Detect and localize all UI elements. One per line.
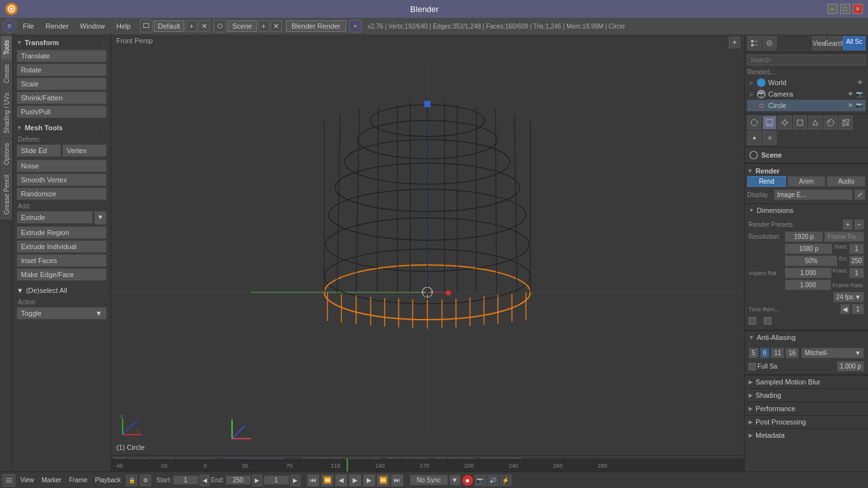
- display-selector[interactable]: Image E...: [774, 189, 853, 200]
- scene-add-button[interactable]: +: [258, 20, 269, 32]
- tab-tools[interactable]: Tools: [1, 36, 12, 59]
- next-keyframe-btn[interactable]: ⏩: [377, 474, 390, 487]
- world-eye-icon[interactable]: 👁: [857, 79, 863, 86]
- display-fullscreen-btn[interactable]: ⤢: [854, 189, 865, 200]
- current-frame-field[interactable]: 1: [264, 475, 289, 485]
- circle-eye-icon[interactable]: 👁: [848, 102, 853, 109]
- view3d-tab-btn[interactable]: [763, 36, 776, 50]
- extrude-region-button[interactable]: Extrude Region: [17, 226, 107, 239]
- scene-settings-tab-btn[interactable]: [778, 116, 792, 130]
- timeline-playback-menu[interactable]: Playback: [93, 475, 124, 485]
- aa-5-btn[interactable]: 5: [749, 348, 759, 358]
- next-frame-btn[interactable]: ▶: [363, 474, 376, 487]
- second-checkbox[interactable]: [764, 317, 771, 325]
- slide-edge-button[interactable]: Slide Ed: [17, 144, 61, 157]
- time-prev-btn[interactable]: ◀: [840, 304, 850, 315]
- file-menu[interactable]: File: [18, 21, 39, 31]
- aa-11-btn[interactable]: 11: [771, 348, 784, 358]
- anti-aliasing-section[interactable]: ▼ Anti-Aliasing: [745, 330, 868, 344]
- sync-dropdown[interactable]: ▼: [449, 475, 461, 485]
- screen-selector[interactable]: Default: [154, 20, 185, 32]
- full-sample-aa-checkbox[interactable]: [749, 363, 756, 370]
- camera-render-icon[interactable]: 📷: [856, 91, 863, 97]
- aa-8-btn[interactable]: 8: [760, 348, 770, 358]
- timeline-type-icon[interactable]: [3, 474, 15, 487]
- full-sample-val-field[interactable]: 1.000 p: [837, 361, 864, 372]
- render-props-btn[interactable]: [763, 116, 776, 130]
- screen-selector-icon[interactable]: [140, 20, 153, 32]
- outliner-item-world[interactable]: ▶ 🌐 World 👁: [747, 77, 865, 88]
- viewport-3d[interactable]: Front Persp +: [111, 34, 744, 455]
- scale-button[interactable]: Scale: [17, 78, 107, 90]
- scene-props-btn[interactable]: [747, 116, 761, 130]
- help-menu[interactable]: Help: [111, 21, 136, 31]
- audio-btn[interactable]: 🔊: [487, 475, 499, 486]
- object-props-btn[interactable]: [793, 116, 807, 130]
- jump-end-btn[interactable]: ⏭: [391, 474, 403, 487]
- post-processing-section[interactable]: ▶ Post Processing: [745, 415, 868, 428]
- tab-grease-pencil[interactable]: Grease Pencil: [1, 170, 12, 219]
- texture-props-btn[interactable]: [839, 116, 853, 130]
- all-btn[interactable]: All Sc: [843, 36, 865, 50]
- render-tab-btn[interactable]: Rend: [747, 176, 786, 187]
- mesh-tools-section-header[interactable]: ▼ Mesh Tools ::: [15, 122, 108, 133]
- end-frame-field[interactable]: 250: [226, 475, 251, 485]
- outliner-search-input[interactable]: [747, 55, 865, 65]
- outliner-tab-btn[interactable]: [747, 36, 761, 50]
- make-edge-face-button[interactable]: Make Edge/Face: [17, 268, 107, 281]
- outliner-item-camera[interactable]: ▶ 📷 Camera 👁 📷: [747, 88, 865, 100]
- timeline-frame-menu[interactable]: Frame: [67, 475, 90, 485]
- no-sync-selector[interactable]: No Sync: [410, 475, 448, 485]
- transform-section-header[interactable]: ▼ Transform ::: [15, 37, 108, 48]
- camera-eye-icon[interactable]: 👁: [848, 91, 853, 97]
- tab-create[interactable]: Create: [1, 60, 12, 88]
- modifier-props-btn[interactable]: [808, 116, 822, 130]
- physics-props-btn[interactable]: ⚛: [763, 131, 776, 145]
- scene-icon[interactable]: [214, 20, 226, 32]
- render-presets-remove-btn[interactable]: −: [854, 219, 864, 230]
- timeline-marker-menu[interactable]: Marker: [39, 475, 64, 485]
- tab-options[interactable]: Options: [1, 139, 12, 169]
- circle-render-icon[interactable]: 📷: [856, 102, 863, 109]
- render-presets-add-btn[interactable]: +: [843, 219, 853, 230]
- scene-settings-button[interactable]: ⚙: [140, 475, 151, 486]
- aspect-y-field[interactable]: 1.000: [785, 280, 831, 290]
- vertex-button[interactable]: Vertex: [62, 144, 107, 157]
- push-pull-button[interactable]: Push/Pull: [17, 105, 107, 118]
- mitchell-selector[interactable]: Mitchell- ▼: [801, 348, 864, 358]
- play-btn[interactable]: ▶: [349, 474, 362, 487]
- inset-faces-button[interactable]: Inset Faces: [17, 254, 107, 267]
- prev-keyframe-btn[interactable]: ⏪: [321, 474, 334, 487]
- minimize-button[interactable]: ─: [827, 4, 837, 14]
- keying-set-btn[interactable]: ⚡: [500, 475, 512, 486]
- performance-section[interactable]: ▶ Performance: [745, 402, 868, 415]
- res-x-field[interactable]: 1920 p: [785, 231, 823, 242]
- res-y-field[interactable]: 1080 p: [785, 243, 832, 254]
- screen-add-button[interactable]: +: [186, 20, 197, 32]
- end-frame-r[interactable]: 250: [849, 255, 864, 266]
- material-props-btn[interactable]: [824, 116, 837, 130]
- tab-shading-uvs[interactable]: Shading / UVs: [1, 88, 12, 138]
- maximize-button[interactable]: □: [840, 4, 850, 14]
- record-button[interactable]: ●: [462, 475, 473, 486]
- shrink-fatten-button[interactable]: Shrink/Fatten: [17, 92, 107, 104]
- current-frame-next-btn[interactable]: ▶: [290, 475, 301, 486]
- shading-section[interactable]: ▶ Shading: [745, 388, 868, 402]
- full-sample-checkbox[interactable]: [749, 317, 756, 325]
- aa-16-btn[interactable]: 16: [785, 348, 799, 358]
- outliner-item-circle[interactable]: ▶ ⬡ Circle 👁 📷: [747, 100, 865, 111]
- fps-selector[interactable]: 24 fps ▼: [833, 292, 864, 302]
- aspect-x-field[interactable]: 1.000: [785, 268, 832, 278]
- end-frame-next-btn[interactable]: ▶: [252, 475, 262, 486]
- dimensions-section[interactable]: ▼ Dimensions: [745, 203, 868, 217]
- jump-start-btn[interactable]: ⏮: [307, 474, 320, 487]
- sampled-motion-section[interactable]: ▶ Sampled Motion Blur: [745, 375, 868, 388]
- current-frame-r[interactable]: 1: [849, 268, 864, 278]
- extrude-button[interactable]: Extrude: [17, 211, 93, 224]
- camera-record-btn[interactable]: 📷: [475, 475, 486, 486]
- lock-button[interactable]: 🔒: [126, 475, 137, 486]
- blender-icon-btn[interactable]: [349, 20, 362, 32]
- timeline-view-menu[interactable]: View: [18, 475, 37, 485]
- deselect-all-header[interactable]: ▼ (De)select All ::: [15, 285, 108, 296]
- start-frame-prev-btn[interactable]: ◀: [200, 475, 210, 486]
